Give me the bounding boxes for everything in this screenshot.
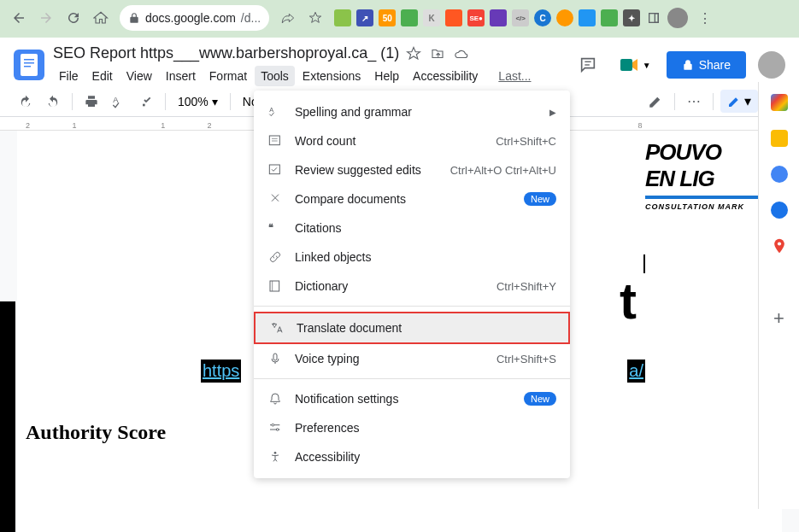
cloud-icon[interactable] [454, 46, 469, 61]
keep-icon[interactable] [771, 130, 788, 147]
back-button[interactable] [7, 6, 31, 30]
more-button[interactable]: ⋯ [682, 91, 706, 113]
ext-icon-12[interactable] [579, 9, 596, 26]
url-link-start[interactable]: https [201, 360, 241, 383]
browser-profile-avatar[interactable] [667, 8, 688, 28]
star-icon[interactable] [406, 46, 421, 61]
menu-word-count[interactable]: Word count Ctrl+Shift+C [254, 126, 570, 155]
user-avatar[interactable] [758, 51, 785, 79]
ext-icon-15[interactable] [645, 9, 662, 26]
menu-dictionary[interactable]: Dictionary Ctrl+Shift+Y [254, 272, 570, 301]
move-icon[interactable] [430, 46, 445, 61]
svg-text:❝: ❝ [268, 222, 273, 232]
settings-icon [267, 420, 283, 436]
chevron-right-icon: ▶ [549, 108, 556, 117]
svg-rect-19 [273, 354, 277, 360]
print-button[interactable] [79, 91, 103, 113]
ext-icon-8[interactable] [490, 9, 507, 26]
tasks-icon[interactable] [771, 166, 788, 183]
ext-icon-2[interactable]: ↗ [356, 9, 373, 26]
text-cursor [643, 254, 645, 273]
word-count-icon [267, 133, 283, 149]
bookmark-button[interactable] [303, 6, 327, 30]
ext-icon-7[interactable]: SE● [467, 9, 485, 26]
undo-button[interactable] [14, 91, 38, 113]
spelling-icon: A [267, 104, 283, 120]
add-button[interactable]: + [773, 307, 784, 330]
docs-header: SEO Report https___www.barbershoproyal.c… [0, 38, 799, 86]
spellcheck-button[interactable]: A [107, 91, 131, 113]
share-button[interactable]: Share [667, 51, 746, 79]
menu-insert[interactable]: Insert [160, 66, 202, 86]
svg-rect-1 [655, 14, 659, 23]
svg-point-20 [272, 424, 274, 426]
contacts-icon[interactable] [771, 202, 788, 219]
url-text: docs.google.com [145, 11, 236, 25]
menu-notifications[interactable]: Notification settings New [254, 384, 570, 413]
docs-logo[interactable] [14, 50, 44, 80]
svg-rect-3 [24, 59, 34, 61]
pen-button[interactable] [643, 91, 667, 113]
document-title[interactable]: SEO Report https___www.barbershoproyal.c… [53, 44, 399, 62]
zoom-selector[interactable]: 100% ▾ [173, 93, 223, 110]
browser-menu-button[interactable]: ⋮ [693, 6, 717, 30]
citations-icon: ❝ [267, 220, 283, 236]
ext-icon-6[interactable] [445, 9, 462, 26]
svg-point-26 [274, 452, 277, 454]
menu-edit[interactable]: Edit [86, 66, 119, 86]
dark-edge [0, 301, 15, 532]
forward-button[interactable] [34, 6, 58, 30]
ext-icon-10[interactable]: C [534, 9, 551, 26]
svg-rect-12 [269, 136, 279, 145]
last-edit[interactable]: Last... [492, 66, 537, 86]
ext-icon-13[interactable] [601, 9, 618, 26]
extension-icons: ↗ 50 K SE● </> C ✦ ⋮ [334, 6, 717, 30]
svg-point-23 [276, 429, 279, 431]
menu-compare[interactable]: Compare documents New [254, 184, 570, 213]
menu-view[interactable]: View [120, 66, 158, 86]
ext-icon-3[interactable]: 50 [379, 9, 396, 26]
ext-icon-1[interactable] [334, 9, 351, 26]
redo-button[interactable] [41, 91, 65, 113]
menu-help[interactable]: Help [368, 66, 405, 86]
menu-accessibility-tools[interactable]: Accessibility [254, 442, 570, 471]
svg-rect-2 [21, 54, 38, 76]
home-button[interactable] [89, 6, 113, 30]
menu-extensions[interactable]: Extensions [297, 66, 367, 86]
menu-format[interactable]: Format [203, 66, 253, 86]
maps-icon[interactable] [771, 237, 788, 254]
ext-icon-4[interactable] [401, 9, 418, 26]
lock-icon [128, 12, 140, 24]
address-bar[interactable]: docs.google.com/d... [120, 5, 269, 31]
menu-accessibility[interactable]: Accessibility [407, 66, 484, 86]
svg-rect-5 [24, 66, 31, 67]
menu-voice-typing[interactable]: Voice typing Ctrl+Shift+S [254, 344, 570, 373]
menu-file[interactable]: File [53, 66, 85, 86]
menu-translate[interactable]: Translate document [254, 312, 570, 344]
menu-review-edits[interactable]: Review suggested edits Ctrl+Alt+O Ctrl+A… [254, 155, 570, 184]
menu-linked-objects[interactable]: Linked objects [254, 243, 570, 272]
browser-toolbar: docs.google.com/d... ↗ 50 K SE● </> C ✦ … [0, 0, 799, 36]
menubar: File Edit View Insert Format Tools Exten… [53, 66, 573, 86]
reload-button[interactable] [62, 6, 85, 30]
svg-point-27 [777, 242, 780, 245]
comments-button[interactable] [573, 50, 603, 80]
meet-button[interactable]: ▼ [615, 52, 655, 78]
ext-icon-9[interactable]: </> [512, 9, 529, 26]
compare-icon [267, 191, 283, 207]
share-url-button[interactable] [276, 6, 300, 30]
paint-button[interactable] [134, 91, 158, 113]
ext-icon-14[interactable]: ✦ [623, 9, 640, 26]
menu-citations[interactable]: ❝ Citations [254, 213, 570, 243]
side-panel: + [758, 82, 799, 509]
menu-tools[interactable]: Tools [255, 66, 295, 86]
svg-rect-0 [649, 14, 659, 23]
url-link-end[interactable]: a/ [627, 360, 645, 383]
ext-icon-5[interactable]: K [423, 9, 440, 26]
menu-preferences[interactable]: Preferences [254, 413, 570, 442]
calendar-icon[interactable] [771, 94, 788, 111]
editing-mode[interactable]: ▾ [720, 90, 758, 113]
menu-spelling[interactable]: A Spelling and grammar ▶ [254, 97, 570, 126]
bell-icon [267, 391, 283, 406]
ext-icon-11[interactable] [556, 9, 573, 26]
